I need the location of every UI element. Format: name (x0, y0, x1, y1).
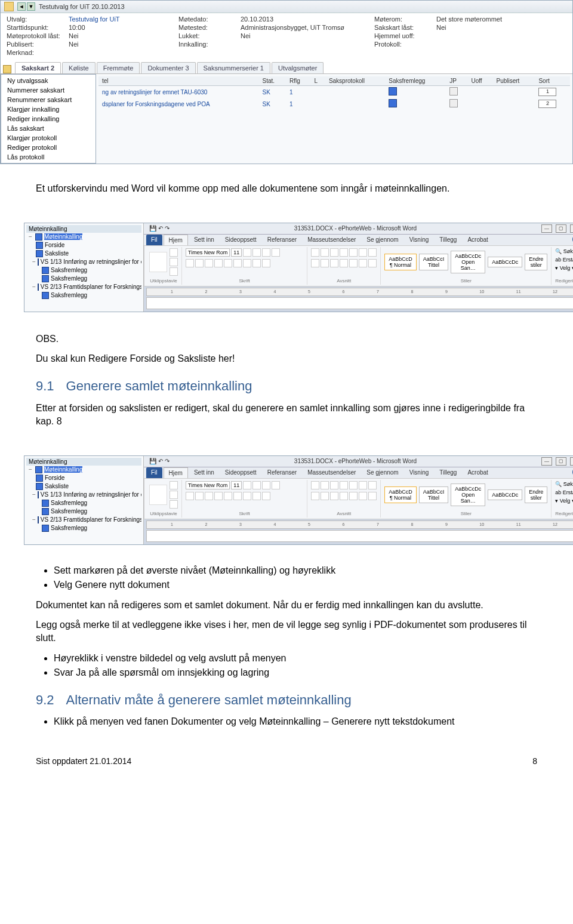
change-case-icon[interactable] (262, 481, 270, 489)
word-document-area[interactable] (146, 297, 573, 309)
close-button[interactable]: × (570, 457, 573, 466)
paste-button[interactable] (149, 485, 167, 505)
doc-icon[interactable] (449, 87, 458, 96)
tree-item[interactable]: Saksliste (26, 482, 141, 491)
bullets-icon[interactable] (311, 248, 319, 257)
tree-item[interactable]: Saksfremlegg (26, 291, 141, 300)
tree-item[interactable]: Saksfremlegg (26, 499, 141, 507)
tree-item[interactable]: Saksliste (26, 250, 141, 258)
bold-icon[interactable] (186, 259, 194, 267)
tree-item[interactable]: −Møteinnkalling (26, 233, 141, 241)
border-icon[interactable] (368, 259, 377, 267)
tree-item[interactable]: −VS 1/13 Innføring av retningslinjer for… (26, 491, 141, 499)
tree-item[interactable]: Saksfremlegg (26, 524, 141, 532)
ribbon-tab-hjem[interactable]: Hjem (164, 467, 188, 478)
redo-icon[interactable]: ↷ (165, 225, 170, 232)
ctx-item[interactable]: Rediger innkalling (2, 114, 94, 124)
sort-icon[interactable] (359, 248, 367, 257)
shading-icon[interactable] (359, 259, 367, 267)
tab-saksnummer[interactable]: Saksnummerserier 1 (197, 62, 270, 73)
underline-icon[interactable] (205, 259, 213, 267)
numbering-icon[interactable] (321, 481, 329, 489)
find-button[interactable]: 🔍 Søk ▾ (555, 481, 573, 487)
th[interactable]: Saksfremlegg (385, 76, 446, 86)
copy-icon[interactable] (170, 258, 178, 266)
align-center-icon[interactable] (321, 492, 329, 500)
font-select[interactable]: Times New Rom (186, 248, 230, 257)
clear-format-icon[interactable] (272, 481, 280, 489)
tree-item[interactable]: Saksfremlegg (26, 507, 141, 516)
ribbon-tab[interactable]: Acrobat (463, 467, 492, 478)
th[interactable]: Rflg (286, 76, 311, 86)
select-button[interactable]: ▾ Velg ▾ (555, 265, 573, 271)
border-icon[interactable] (368, 492, 377, 500)
tree-item[interactable]: Forside (26, 474, 141, 482)
subscript-icon[interactable] (224, 259, 232, 267)
tab-utvalgsmoter[interactable]: Utvalgsmøter (272, 62, 324, 73)
ctx-item[interactable]: Lås sakskart (2, 124, 94, 133)
align-center-icon[interactable] (321, 259, 329, 267)
find-button[interactable]: 🔍 Søk ▾ (555, 248, 573, 254)
style-opensans[interactable]: AaBbCcDcOpen San… (451, 251, 485, 273)
ribbon-tab[interactable]: Sett inn (189, 467, 219, 478)
tree-item[interactable]: −VS 1/13 Innføring av retningslinjer for… (26, 258, 141, 266)
align-right-icon[interactable] (330, 259, 338, 267)
maximize-button[interactable]: ▢ (556, 457, 566, 466)
font-size-select[interactable]: 11 (231, 248, 242, 257)
ctx-item[interactable]: Ny utvalgssak (2, 76, 94, 85)
clear-format-icon[interactable] (272, 248, 280, 257)
ribbon-tab[interactable]: Se gjennom (362, 467, 403, 478)
undo-icon[interactable]: ↶ (158, 225, 163, 232)
ctx-item[interactable]: Rediger protokoll (2, 143, 94, 152)
indent-icon[interactable] (349, 481, 358, 489)
undo-icon[interactable]: ↶ (158, 458, 163, 464)
superscript-icon[interactable] (233, 492, 242, 500)
multilevel-icon[interactable] (330, 248, 338, 257)
sort-input[interactable]: 1 (538, 88, 556, 96)
doc-icon[interactable] (449, 99, 458, 107)
ribbon-tab[interactable]: Sett inn (189, 235, 219, 245)
change-styles-button[interactable]: Endre stiler (525, 254, 547, 270)
ribbon-tab-hjem[interactable]: Hjem (164, 235, 188, 245)
back-arrow-icon[interactable]: ◄ (17, 2, 26, 11)
shrink-font-icon[interactable] (252, 248, 261, 257)
shrink-font-icon[interactable] (252, 481, 261, 489)
pilcrow-icon[interactable] (368, 481, 377, 489)
change-case-icon[interactable] (262, 248, 270, 257)
format-painter-icon[interactable] (170, 267, 178, 276)
th[interactable]: Uoff (467, 76, 492, 86)
th[interactable]: JP (446, 76, 467, 86)
collapse-icon[interactable]: − (32, 258, 36, 265)
ribbon-tab[interactable]: Acrobat (463, 235, 492, 245)
style-normal[interactable]: AaBbCcD¶ Normal (384, 254, 417, 270)
strike-icon[interactable] (214, 492, 223, 500)
grow-font-icon[interactable] (243, 248, 251, 257)
copy-icon[interactable] (170, 491, 178, 499)
ribbon-tab[interactable]: Masseutsendelser (303, 235, 361, 245)
tree-item[interactable]: −VS 2/13 Framtidsplaner for Forskningsda… (26, 516, 141, 524)
style-title[interactable]: AaBbCcITittel (419, 254, 449, 270)
tree-item[interactable]: Saksfremlegg (26, 275, 141, 283)
save-icon[interactable]: 💾 (149, 458, 156, 464)
word-icon[interactable] (389, 87, 397, 96)
ctx-item[interactable]: Lås protokoll (2, 152, 94, 162)
align-left-icon[interactable] (311, 259, 319, 267)
tab-dokumenter[interactable]: Dokumenter 3 (141, 62, 195, 73)
line-spacing-icon[interactable] (349, 492, 358, 500)
th[interactable]: Sort (535, 76, 570, 86)
multilevel-icon[interactable] (330, 481, 338, 489)
font-select[interactable]: Times New Rom (186, 481, 230, 489)
font-color-icon[interactable] (262, 259, 270, 267)
superscript-icon[interactable] (233, 259, 242, 267)
indent-icon[interactable] (349, 248, 358, 257)
ctx-item[interactable]: Klargjør innkalling (2, 104, 94, 114)
text-effect-icon[interactable] (243, 259, 251, 267)
th[interactable]: L (310, 76, 325, 86)
sort-icon[interactable] (359, 481, 367, 489)
collapse-icon[interactable]: − (32, 516, 36, 523)
shading-icon[interactable] (359, 492, 367, 500)
align-left-icon[interactable] (311, 492, 319, 500)
ribbon-tab[interactable]: Visning (405, 235, 434, 245)
maximize-button[interactable]: ▢ (556, 224, 566, 233)
paste-button[interactable] (149, 252, 167, 272)
